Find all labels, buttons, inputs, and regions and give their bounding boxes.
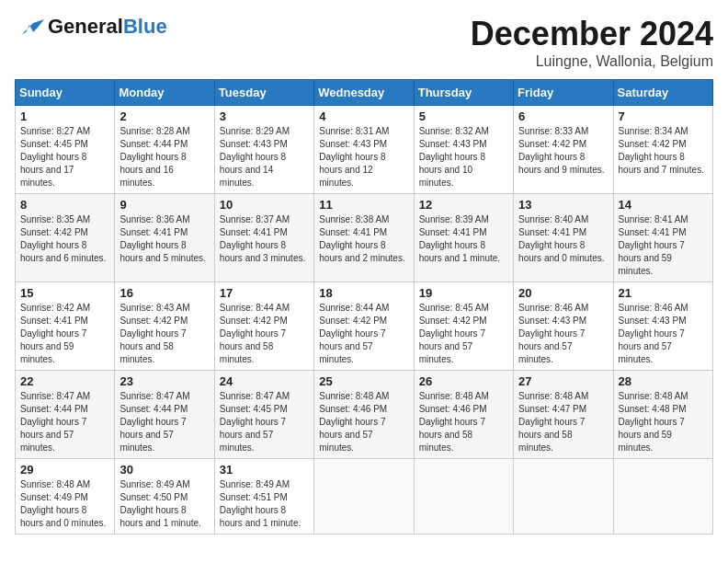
day-number: 23 bbox=[119, 374, 209, 388]
day-info: Sunrise: 8:48 AM Sunset: 4:49 PM Dayligh… bbox=[20, 478, 109, 530]
day-info: Sunrise: 8:33 AM Sunset: 4:42 PM Dayligh… bbox=[518, 125, 608, 177]
calendar-week-2: 8 Sunrise: 8:35 AM Sunset: 4:42 PM Dayli… bbox=[16, 194, 713, 282]
day-number: 16 bbox=[119, 286, 209, 300]
day-info: Sunrise: 8:44 AM Sunset: 4:42 PM Dayligh… bbox=[220, 302, 309, 366]
logo: GeneralBlue bbox=[15, 15, 167, 39]
table-row: 2 Sunrise: 8:28 AM Sunset: 4:44 PM Dayli… bbox=[115, 106, 214, 194]
table-row: 21 Sunrise: 8:46 AM Sunset: 4:43 PM Dayl… bbox=[613, 282, 712, 371]
day-number: 30 bbox=[119, 463, 209, 477]
day-info: Sunrise: 8:37 AM Sunset: 4:41 PM Dayligh… bbox=[220, 213, 309, 265]
col-sunday: Sunday bbox=[16, 80, 115, 106]
table-row bbox=[514, 459, 613, 534]
col-friday: Friday bbox=[514, 80, 613, 106]
logo-bird-icon bbox=[15, 16, 44, 38]
day-info: Sunrise: 8:44 AM Sunset: 4:42 PM Dayligh… bbox=[319, 302, 408, 366]
calendar-table: Sunday Monday Tuesday Wednesday Thursday… bbox=[15, 79, 713, 534]
day-info: Sunrise: 8:49 AM Sunset: 4:50 PM Dayligh… bbox=[119, 478, 209, 530]
day-info: Sunrise: 8:42 AM Sunset: 4:41 PM Dayligh… bbox=[20, 302, 109, 366]
day-info: Sunrise: 8:45 AM Sunset: 4:42 PM Dayligh… bbox=[419, 302, 508, 366]
calendar-week-4: 22 Sunrise: 8:47 AM Sunset: 4:44 PM Dayl… bbox=[16, 371, 713, 459]
table-row: 16 Sunrise: 8:43 AM Sunset: 4:42 PM Dayl… bbox=[115, 282, 214, 371]
table-row: 30 Sunrise: 8:49 AM Sunset: 4:50 PM Dayl… bbox=[115, 459, 214, 534]
day-info: Sunrise: 8:48 AM Sunset: 4:46 PM Dayligh… bbox=[419, 390, 508, 454]
day-info: Sunrise: 8:32 AM Sunset: 4:43 PM Dayligh… bbox=[419, 125, 508, 190]
calendar-week-3: 15 Sunrise: 8:42 AM Sunset: 4:41 PM Dayl… bbox=[16, 282, 713, 371]
col-saturday: Saturday bbox=[613, 80, 712, 106]
table-row: 10 Sunrise: 8:37 AM Sunset: 4:41 PM Dayl… bbox=[214, 194, 313, 282]
table-row: 25 Sunrise: 8:48 AM Sunset: 4:46 PM Dayl… bbox=[314, 371, 414, 459]
day-number: 3 bbox=[220, 109, 309, 123]
calendar-week-5: 29 Sunrise: 8:48 AM Sunset: 4:49 PM Dayl… bbox=[16, 459, 713, 534]
table-row: 23 Sunrise: 8:47 AM Sunset: 4:44 PM Dayl… bbox=[115, 371, 214, 459]
svg-marker-1 bbox=[22, 30, 28, 34]
day-number: 9 bbox=[119, 198, 209, 212]
table-row: 28 Sunrise: 8:48 AM Sunset: 4:48 PM Dayl… bbox=[613, 371, 712, 459]
day-info: Sunrise: 8:47 AM Sunset: 4:44 PM Dayligh… bbox=[119, 390, 209, 454]
table-row bbox=[613, 459, 712, 534]
table-row: 8 Sunrise: 8:35 AM Sunset: 4:42 PM Dayli… bbox=[16, 194, 115, 282]
day-number: 14 bbox=[619, 198, 708, 212]
day-info: Sunrise: 8:28 AM Sunset: 4:44 PM Dayligh… bbox=[119, 125, 209, 190]
location: Luingne, Wallonia, Belgium bbox=[471, 53, 713, 70]
table-row bbox=[414, 459, 513, 534]
day-info: Sunrise: 8:38 AM Sunset: 4:41 PM Dayligh… bbox=[319, 213, 408, 265]
day-number: 18 bbox=[319, 286, 408, 300]
day-info: Sunrise: 8:43 AM Sunset: 4:42 PM Dayligh… bbox=[119, 302, 209, 366]
table-row: 27 Sunrise: 8:48 AM Sunset: 4:47 PM Dayl… bbox=[514, 371, 613, 459]
day-number: 21 bbox=[619, 286, 708, 300]
month-title: December 2024 bbox=[471, 15, 713, 53]
day-info: Sunrise: 8:40 AM Sunset: 4:41 PM Dayligh… bbox=[518, 213, 608, 265]
table-row: 4 Sunrise: 8:31 AM Sunset: 4:43 PM Dayli… bbox=[314, 106, 414, 194]
logo-text: GeneralBlue bbox=[48, 15, 167, 39]
day-number: 4 bbox=[319, 109, 408, 123]
day-number: 11 bbox=[319, 198, 408, 212]
day-info: Sunrise: 8:47 AM Sunset: 4:45 PM Dayligh… bbox=[220, 390, 309, 454]
table-row: 5 Sunrise: 8:32 AM Sunset: 4:43 PM Dayli… bbox=[414, 106, 513, 194]
table-row: 24 Sunrise: 8:47 AM Sunset: 4:45 PM Dayl… bbox=[214, 371, 313, 459]
table-row: 20 Sunrise: 8:46 AM Sunset: 4:43 PM Dayl… bbox=[514, 282, 613, 371]
day-info: Sunrise: 8:41 AM Sunset: 4:41 PM Dayligh… bbox=[619, 213, 708, 278]
day-info: Sunrise: 8:46 AM Sunset: 4:43 PM Dayligh… bbox=[518, 302, 608, 366]
day-number: 6 bbox=[518, 109, 608, 123]
table-row: 12 Sunrise: 8:39 AM Sunset: 4:41 PM Dayl… bbox=[414, 194, 513, 282]
calendar-header-row: Sunday Monday Tuesday Wednesday Thursday… bbox=[16, 80, 713, 106]
day-number: 12 bbox=[419, 198, 508, 212]
day-number: 5 bbox=[419, 109, 508, 123]
day-number: 31 bbox=[220, 463, 309, 477]
day-number: 24 bbox=[220, 374, 309, 388]
day-info: Sunrise: 8:27 AM Sunset: 4:45 PM Dayligh… bbox=[20, 125, 109, 190]
day-info: Sunrise: 8:39 AM Sunset: 4:41 PM Dayligh… bbox=[419, 213, 508, 265]
day-number: 27 bbox=[518, 374, 608, 388]
day-number: 17 bbox=[220, 286, 309, 300]
table-row: 14 Sunrise: 8:41 AM Sunset: 4:41 PM Dayl… bbox=[613, 194, 712, 282]
table-row: 15 Sunrise: 8:42 AM Sunset: 4:41 PM Dayl… bbox=[16, 282, 115, 371]
table-row: 19 Sunrise: 8:45 AM Sunset: 4:42 PM Dayl… bbox=[414, 282, 513, 371]
table-row: 13 Sunrise: 8:40 AM Sunset: 4:41 PM Dayl… bbox=[514, 194, 613, 282]
col-tuesday: Tuesday bbox=[214, 80, 313, 106]
day-number: 8 bbox=[20, 198, 109, 212]
day-info: Sunrise: 8:48 AM Sunset: 4:46 PM Dayligh… bbox=[319, 390, 408, 454]
title-block: December 2024 Luingne, Wallonia, Belgium bbox=[471, 15, 713, 70]
day-number: 1 bbox=[20, 109, 109, 123]
day-info: Sunrise: 8:48 AM Sunset: 4:47 PM Dayligh… bbox=[518, 390, 608, 454]
day-number: 10 bbox=[220, 198, 309, 212]
page-header: GeneralBlue December 2024 Luingne, Wallo… bbox=[15, 15, 713, 70]
col-thursday: Thursday bbox=[414, 80, 513, 106]
table-row: 29 Sunrise: 8:48 AM Sunset: 4:49 PM Dayl… bbox=[16, 459, 115, 534]
day-number: 7 bbox=[619, 109, 708, 123]
day-number: 26 bbox=[419, 374, 508, 388]
table-row: 3 Sunrise: 8:29 AM Sunset: 4:43 PM Dayli… bbox=[214, 106, 313, 194]
day-number: 29 bbox=[20, 463, 109, 477]
table-row: 7 Sunrise: 8:34 AM Sunset: 4:42 PM Dayli… bbox=[613, 106, 712, 194]
col-monday: Monday bbox=[115, 80, 214, 106]
day-info: Sunrise: 8:35 AM Sunset: 4:42 PM Dayligh… bbox=[20, 213, 109, 265]
day-number: 2 bbox=[119, 109, 209, 123]
day-number: 28 bbox=[619, 374, 708, 388]
day-info: Sunrise: 8:34 AM Sunset: 4:42 PM Dayligh… bbox=[619, 125, 708, 177]
day-number: 22 bbox=[20, 374, 109, 388]
col-wednesday: Wednesday bbox=[314, 80, 414, 106]
table-row: 26 Sunrise: 8:48 AM Sunset: 4:46 PM Dayl… bbox=[414, 371, 513, 459]
calendar-week-1: 1 Sunrise: 8:27 AM Sunset: 4:45 PM Dayli… bbox=[16, 106, 713, 194]
day-number: 20 bbox=[518, 286, 608, 300]
day-info: Sunrise: 8:46 AM Sunset: 4:43 PM Dayligh… bbox=[619, 302, 708, 366]
